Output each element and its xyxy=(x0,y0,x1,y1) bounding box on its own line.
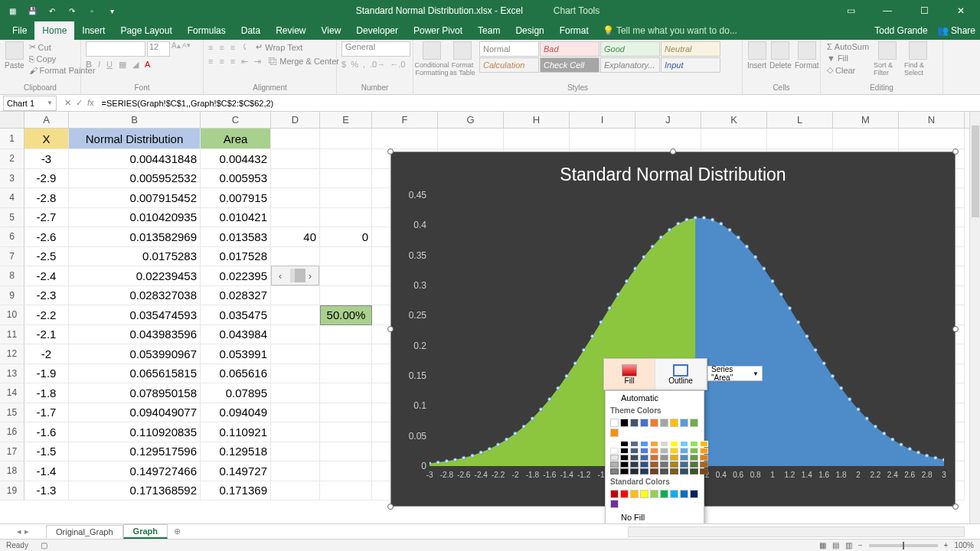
minimize-icon[interactable]: — xyxy=(874,2,900,19)
currency-icon[interactable]: $ xyxy=(341,60,346,69)
cell[interactable]: -2.2 xyxy=(24,305,69,325)
macro-record-icon[interactable]: ▢ xyxy=(41,541,47,549)
color-swatch[interactable] xyxy=(690,455,698,461)
sheet-tab-original[interactable]: Original_Graph xyxy=(46,525,123,538)
tab-review[interactable]: Review xyxy=(268,21,313,40)
color-swatch[interactable] xyxy=(630,455,639,461)
zoom-level[interactable]: 100% xyxy=(954,541,974,549)
cell[interactable] xyxy=(271,188,320,208)
horizontal-scrollbar[interactable] xyxy=(628,527,965,537)
cell[interactable]: 0.094049 xyxy=(201,403,271,423)
cell[interactable]: 0.129517596 xyxy=(69,442,201,462)
decrease-indent-icon[interactable]: ⇤ xyxy=(241,57,248,67)
color-swatch[interactable] xyxy=(670,448,678,454)
cell[interactable]: 0.171368592 xyxy=(69,481,201,501)
color-swatch[interactable] xyxy=(670,455,678,461)
row-header[interactable]: 1 xyxy=(0,129,24,149)
col-header[interactable]: B xyxy=(69,112,201,128)
color-swatch[interactable] xyxy=(610,441,619,447)
color-swatch[interactable] xyxy=(620,419,629,427)
cell[interactable] xyxy=(320,188,372,208)
col-header[interactable]: F xyxy=(372,112,438,128)
format-cells-button[interactable]: Format xyxy=(795,41,819,70)
cell[interactable] xyxy=(320,364,372,384)
cell[interactable]: -2.3 xyxy=(24,286,69,306)
color-swatch[interactable] xyxy=(670,461,678,468)
cell[interactable] xyxy=(320,461,372,481)
increase-decimal-icon[interactable]: .0→ xyxy=(370,60,385,69)
paste-button[interactable]: Paste xyxy=(5,41,24,70)
row-header[interactable]: 3 xyxy=(0,169,24,189)
color-swatch[interactable] xyxy=(610,500,619,508)
close-icon[interactable]: ✕ xyxy=(948,2,974,19)
row-header[interactable]: 18 xyxy=(0,461,24,481)
cell[interactable] xyxy=(320,208,372,228)
color-swatch[interactable] xyxy=(620,448,629,454)
cell[interactable] xyxy=(271,169,320,189)
fill-button[interactable]: ▼ Fill xyxy=(825,53,871,64)
cell[interactable] xyxy=(271,305,320,325)
undo-icon[interactable]: ↶ xyxy=(43,2,61,19)
cell[interactable]: 0.004432 xyxy=(201,149,271,169)
col-header[interactable]: M xyxy=(833,112,899,128)
cell[interactable] xyxy=(701,129,767,149)
cell[interactable]: 0.028327038 xyxy=(69,286,201,306)
cell[interactable]: 0.110921 xyxy=(201,422,271,442)
cell[interactable] xyxy=(320,481,372,501)
automatic-fill-item[interactable]: Automatic xyxy=(606,391,704,405)
color-swatch[interactable] xyxy=(620,490,629,498)
color-swatch[interactable] xyxy=(630,461,639,468)
cell[interactable] xyxy=(320,266,372,286)
color-swatch[interactable] xyxy=(610,455,619,461)
tab-formulas[interactable]: Formulas xyxy=(180,21,234,40)
sort-filter-button[interactable]: Sort & Filter xyxy=(874,41,901,77)
color-swatch[interactable] xyxy=(660,441,668,447)
conditional-formatting-button[interactable]: Conditional Formatting xyxy=(418,41,446,77)
cell[interactable]: 0 xyxy=(320,227,372,247)
cell[interactable] xyxy=(320,403,372,423)
no-fill-item[interactable]: No Fill xyxy=(606,510,704,524)
cell[interactable] xyxy=(320,129,372,149)
share-button[interactable]: 👥 Share xyxy=(937,25,975,36)
cell[interactable] xyxy=(320,383,372,403)
bold-icon[interactable]: B xyxy=(86,60,92,70)
cell[interactable]: 0.017528 xyxy=(201,247,271,267)
color-swatch[interactable] xyxy=(630,448,639,454)
cell[interactable] xyxy=(271,208,320,228)
ribbon-display-icon[interactable]: ▭ xyxy=(838,2,864,19)
color-swatch[interactable] xyxy=(640,468,648,474)
color-swatch[interactable] xyxy=(650,461,658,468)
row-header[interactable]: 13 xyxy=(0,364,24,384)
cell[interactable] xyxy=(271,422,320,442)
style-bad[interactable]: Bad xyxy=(540,41,599,57)
cell[interactable] xyxy=(271,383,320,403)
cell[interactable]: 0.013583 xyxy=(201,227,271,247)
color-swatch[interactable] xyxy=(610,461,619,468)
col-header[interactable]: C xyxy=(201,112,271,128)
color-swatch[interactable] xyxy=(640,455,648,461)
style-neutral[interactable]: Neutral xyxy=(661,41,720,57)
cell[interactable]: 50.00% xyxy=(320,305,372,325)
row-header[interactable]: 17 xyxy=(0,442,24,462)
zoom-out-icon[interactable]: − xyxy=(858,541,863,549)
cell[interactable]: 0.078950158 xyxy=(69,383,201,403)
color-swatch[interactable] xyxy=(660,455,668,461)
autosum-button[interactable]: Σ AutoSum xyxy=(825,41,871,52)
cell[interactable]: 0.007915452 xyxy=(69,188,201,208)
color-swatch[interactable] xyxy=(610,468,619,474)
col-header[interactable]: J xyxy=(635,112,701,128)
sheet-tab-graph[interactable]: Graph xyxy=(123,524,168,539)
color-swatch[interactable] xyxy=(640,448,648,454)
cell[interactable]: Area xyxy=(201,129,271,149)
cell[interactable] xyxy=(504,129,570,149)
delete-cells-button[interactable]: Delete xyxy=(769,41,792,70)
color-swatch[interactable] xyxy=(620,441,629,447)
cell[interactable]: 0.0175283 xyxy=(69,247,201,267)
color-swatch[interactable] xyxy=(680,461,688,468)
cell[interactable]: -2.7 xyxy=(24,208,69,228)
cell[interactable] xyxy=(320,286,372,306)
color-swatch[interactable] xyxy=(690,468,698,474)
scrollbar-control[interactable]: ‹› xyxy=(271,266,319,285)
zoom-slider[interactable] xyxy=(869,544,938,547)
format-as-table-button[interactable]: Format as Table xyxy=(449,41,476,77)
